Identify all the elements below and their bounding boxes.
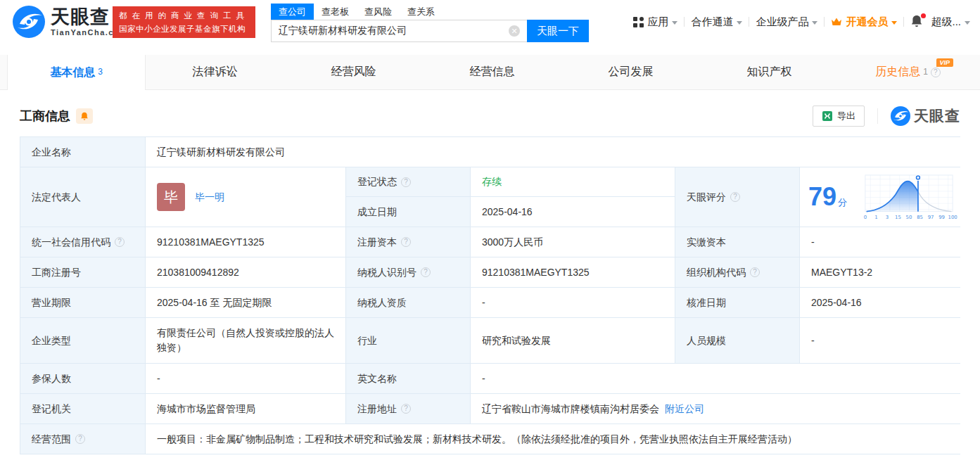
field-label-reg-address: 注册地址 ? (346, 394, 470, 423)
nav-cooperation[interactable]: 合作通道 (691, 15, 742, 29)
tab-operation-risk[interactable]: 经营风险 (284, 55, 423, 89)
tianyancha-logo[interactable]: 天眼查 TianYanCha.com (13, 6, 127, 38)
tab-company-development[interactable]: 公司发展 (561, 55, 700, 89)
help-icon[interactable]: ? (75, 434, 85, 444)
legal-rep-link[interactable]: 毕一明 (195, 190, 224, 205)
value-text: - (811, 333, 815, 348)
field-value-tianyan-score[interactable]: 79分 0131550859799100 (800, 167, 960, 227)
nav-super-vip[interactable]: 超级... (931, 15, 970, 29)
tab-basic-info-count: 3 (98, 67, 103, 77)
separator (877, 108, 878, 124)
tab-operation-risk-label: 经营风险 (331, 65, 376, 79)
field-value-reg-address: 辽宁省鞍山市海城市牌楼镇南沟村居委会 附近公司 (471, 394, 960, 423)
chevron-down-icon (891, 21, 897, 25)
field-label-english-name: 英文名称 (346, 364, 470, 393)
tab-intellectual-property[interactable]: 知识产权 (700, 55, 839, 89)
search-tab-relation[interactable]: 查关系 (400, 4, 443, 20)
field-value-establish-date: 2025-04-16 (471, 197, 675, 227)
field-value-taxpayer-id: 91210381MAEGYT1325 (471, 257, 675, 287)
tianyancha-watermark: 天眼查 (891, 106, 960, 126)
search-input[interactable] (271, 20, 527, 42)
svg-text:1: 1 (874, 215, 877, 220)
help-icon[interactable]: ? (115, 237, 125, 247)
label-text: 登记机关 (32, 402, 71, 416)
svg-text:3: 3 (886, 215, 889, 220)
field-value-reg-authority: 海城市市场监督管理局 (146, 394, 345, 423)
tianyancha-swirl-icon (13, 6, 45, 38)
label-text: 统一社会信用代码 (32, 235, 110, 250)
field-label-business-scope: 经营范围 ? (20, 424, 145, 454)
value-text: 辽宁镁研新材料研发有限公司 (157, 145, 285, 160)
export-button[interactable]: 导出 (813, 106, 865, 127)
tab-company-development-label: 公司发展 (609, 65, 654, 79)
nav-open-vip[interactable]: 开通会员 (831, 15, 897, 29)
clear-icon[interactable]: ✕ (509, 25, 520, 37)
business-info-table: 企业名称 辽宁镁研新材料研发有限公司 法定代表人 毕 毕一明 登记状态 ? 存续… (20, 136, 960, 454)
notification-bell[interactable] (910, 15, 924, 29)
tab-operation-info[interactable]: 经营信息 (423, 55, 561, 89)
tab-basic-info[interactable]: 基本信息 3 (7, 55, 146, 90)
search-tab-risk[interactable]: 查风险 (357, 4, 400, 20)
help-icon[interactable]: ? (401, 237, 411, 247)
monitor-bell-badge[interactable] (76, 108, 93, 124)
svg-text:99: 99 (938, 215, 945, 220)
label-text: 英文名称 (357, 371, 397, 386)
label-text: 工商注册号 (32, 265, 81, 280)
chevron-down-icon (672, 21, 677, 25)
label-text: 纳税人识别号 (357, 265, 416, 280)
field-label-reg-number: 工商注册号 (20, 257, 145, 287)
promo-line1: 都在用的商业查询工具 (119, 11, 249, 21)
label-text: 企业名称 (32, 145, 71, 160)
nav-separator (824, 17, 825, 27)
label-text: 人员规模 (687, 333, 726, 348)
help-icon[interactable]: ? (931, 68, 941, 77)
field-value-org-code: MAEGYT13-2 (800, 257, 960, 287)
label-text: 登记状态 (357, 174, 397, 189)
excel-icon (822, 110, 833, 122)
help-icon[interactable]: ? (421, 267, 431, 277)
tianyancha-swirl-icon (891, 106, 910, 126)
value-text: 91210381MAEGYT1325 (157, 235, 265, 250)
help-icon[interactable]: ? (401, 177, 411, 187)
value-text: 辽宁省鞍山市海城市牌楼镇南沟村居委会 (482, 402, 659, 416)
chevron-down-icon (737, 21, 742, 25)
field-value-company-type: 有限责任公司（自然人投资或控股的法人独资） (146, 318, 345, 363)
tab-legal[interactable]: 法律诉讼 (146, 55, 284, 89)
field-label-insured-count: 参保人数 (20, 364, 145, 393)
nav-cooperation-label: 合作通道 (691, 15, 733, 29)
score-unit: 分 (838, 197, 847, 208)
help-icon[interactable]: ? (730, 192, 740, 202)
field-label-establish-date: 成立日期 (346, 197, 470, 227)
tab-basic-info-label: 基本信息 (50, 65, 95, 80)
label-text: 参保人数 (32, 371, 71, 386)
search-tab-company[interactable]: 查公司 (271, 4, 314, 20)
score-distribution-chart: 0131550859799100 (860, 170, 957, 224)
search-button[interactable]: 天眼一下 (527, 20, 589, 42)
tab-history-info-label: 历史信息 (875, 65, 920, 79)
section-title: 工商信息 (20, 108, 70, 125)
field-value-legal-rep: 毕 毕一明 (146, 167, 345, 227)
watermark-text: 天眼查 (914, 106, 960, 126)
nav-enterprise[interactable]: 企业级产品 (756, 15, 817, 29)
legal-rep-avatar[interactable]: 毕 (157, 183, 185, 211)
section-header: 工商信息 导出 天眼查 (20, 106, 960, 127)
label-text: 核准日期 (687, 295, 726, 310)
help-icon[interactable]: ? (401, 404, 411, 414)
svg-text:15: 15 (895, 215, 901, 220)
value-text: 海城市市场监督管理局 (157, 402, 255, 416)
field-value-reg-capital: 3000万人民币 (471, 227, 675, 257)
search-tab-boss[interactable]: 查老板 (314, 4, 357, 20)
field-value-english-name: - (471, 364, 960, 393)
svg-text:85: 85 (917, 215, 923, 220)
nav-apps[interactable]: 应用 (633, 15, 677, 29)
value-text: 研究和试验发展 (482, 333, 551, 348)
field-label-business-term: 营业期限 (20, 288, 145, 317)
help-icon[interactable]: ? (750, 267, 760, 277)
value-text: - (482, 295, 485, 310)
tab-history-info[interactable]: VIP 历史信息 1 ? (839, 55, 977, 89)
label-text: 纳税人资质 (357, 295, 407, 310)
label-text: 注册地址 (357, 402, 397, 416)
svg-text:0: 0 (864, 215, 867, 220)
label-text: 行业 (357, 333, 377, 348)
nearby-companies-link[interactable]: 附近公司 (665, 402, 704, 416)
